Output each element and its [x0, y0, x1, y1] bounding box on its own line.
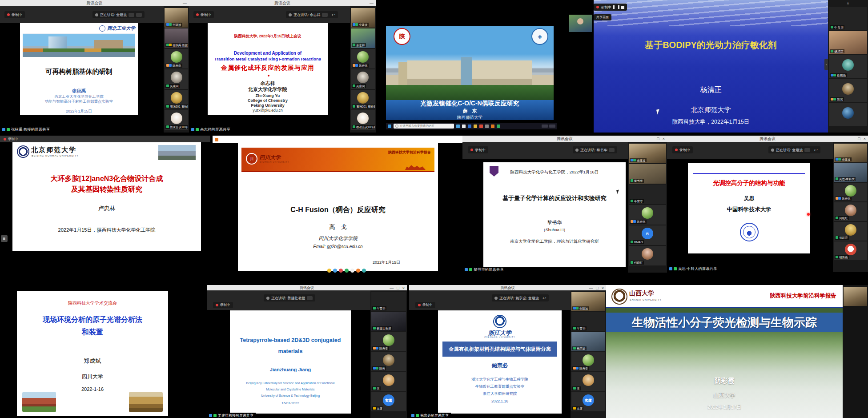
- close-button[interactable]: ×: [663, 137, 665, 141]
- participant-thumbnail[interactable]: 玄露 玄露: [371, 392, 406, 411]
- taskbar-app-icon[interactable]: [479, 125, 483, 128]
- participant-thumbnail[interactable]: 黎书华: [629, 164, 666, 184]
- participant-thumbnail[interactable]: 石强201 石验勤: [351, 90, 375, 109]
- recording-controls[interactable]: 录制中: [594, 4, 627, 11]
- taskbar-app-icon[interactable]: [491, 125, 494, 128]
- participant-thumbnail[interactable]: 吴思-中科大: [834, 163, 867, 182]
- taskbar-app-icon[interactable]: [497, 125, 500, 128]
- participant-sidebar[interactable]: 全建波 黎书华 牛育华 陈寿李 R RMAO 何晓红: [628, 142, 667, 273]
- windows-taskbar[interactable]: 在这里输入你要搜索的内容: [386, 123, 557, 129]
- maximize-button[interactable]: □: [596, 286, 598, 290]
- participant-thumbnail[interactable]: 全建波: [165, 8, 188, 28]
- participant-thumbnail[interactable]: [844, 287, 867, 306]
- minimize-button[interactable]: —: [370, 1, 374, 5]
- participant-thumbnail[interactable]: 教改会议10号楼517: [165, 110, 188, 130]
- window-titlebar[interactable]: 腾讯会议: [0, 0, 189, 6]
- participant-thumbnail[interactable]: 余志祥: [351, 28, 375, 48]
- participant-thumbnail[interactable]: 牛育华: [371, 292, 406, 311]
- undo-icon[interactable]: ↩: [331, 12, 335, 17]
- close-button[interactable]: ×: [402, 286, 405, 290]
- taskbar-app-icon[interactable]: [456, 125, 460, 128]
- participant-thumbnail[interactable]: 全建波: [629, 144, 666, 163]
- window-titlebar[interactable]: 腾讯会议: [207, 285, 407, 290]
- recording-indicator[interactable]: 录制中: [415, 302, 435, 308]
- participant-thumbnail[interactable]: 陈寿李: [351, 49, 375, 68]
- participant-sidebar[interactable]: 全建波 余志祥 陈寿李 吴康回 石强201 石验勤 教改会议10号楼517: [350, 6, 376, 133]
- pause-icon[interactable]: [613, 5, 619, 9]
- system-tray[interactable]: [542, 125, 555, 128]
- participant-thumbnail[interactable]: 杨清正: [829, 31, 867, 54]
- participant-thumbnail[interactable]: 张跃宏: [834, 222, 867, 241]
- minimize-button[interactable]: —: [650, 137, 654, 141]
- maximize-button[interactable]: □: [657, 137, 659, 141]
- recording-indicator[interactable]: 录制中: [468, 146, 488, 153]
- reaction-icons[interactable]: [327, 269, 366, 273]
- participant-thumbnail[interactable]: 玄露 玄露: [571, 392, 605, 411]
- participant-sidebar[interactable]: ∧ 牛育华 杨清正 徐晓政 陈光: [828, 0, 868, 133]
- participant-thumbnail[interactable]: 李: [571, 372, 605, 391]
- minimize-button[interactable]: —: [589, 286, 593, 290]
- participant-thumbnail[interactable]: 陈寿李: [629, 205, 666, 225]
- taskbar-app-icon[interactable]: [474, 125, 477, 128]
- undo-icon[interactable]: ↩: [814, 148, 817, 153]
- taskbar-app-icon[interactable]: [468, 125, 471, 128]
- participant-thumbnail[interactable]: 牛育华: [571, 312, 605, 331]
- participant-thumbnail[interactable]: 何晓红: [834, 202, 867, 221]
- participant-thumbnail[interactable]: 胡海燕: [834, 241, 867, 260]
- participant-thumbnail[interactable]: 徐晓政: [829, 55, 867, 78]
- taskbar-app-icon[interactable]: [462, 125, 466, 128]
- participant-thumbnail[interactable]: 陈寿李: [371, 332, 406, 351]
- recording-indicator[interactable]: 录制中: [213, 302, 233, 308]
- maximize-button[interactable]: □: [397, 286, 399, 290]
- participant-thumbnail[interactable]: 教改会议10号楼517: [351, 110, 375, 130]
- recording-indicator[interactable]: 录制中: [193, 11, 214, 18]
- minimize-button[interactable]: —: [183, 1, 187, 5]
- participant-thumbnail[interactable]: [829, 103, 867, 126]
- participant-sidebar[interactable]: 牛育华 姜建壮教授 陈寿李 陈光 李 玄露 玄露: [370, 290, 407, 418]
- participant-thumbnail[interactable]: 陈寿李: [165, 49, 188, 68]
- participant-sidebar[interactable]: 全建波 牛育华 鲍宗必 陈寿李 李 玄露 玄露: [571, 290, 606, 418]
- participant-thumbnail[interactable]: 陈寿李: [834, 183, 867, 201]
- participant-thumbnail[interactable]: 全建波: [834, 144, 867, 162]
- minimize-button[interactable]: —: [851, 137, 855, 141]
- window-titlebar[interactable]: 腾讯会议: [667, 136, 868, 142]
- powerpoint-icon[interactable]: [215, 138, 218, 141]
- participant-thumbnail[interactable]: 全建波: [571, 292, 605, 311]
- undo-icon[interactable]: ↩: [542, 296, 546, 301]
- participant-thumbnail[interactable]: 牛育华: [829, 7, 867, 30]
- taskbar-app-icon[interactable]: [485, 125, 489, 128]
- recording-indicator[interactable]: 录制中: [672, 146, 693, 153]
- participant-thumbnail[interactable]: 吴康回: [165, 69, 188, 89]
- stop-icon[interactable]: [621, 6, 624, 9]
- recording-indicator[interactable]: 录制中: [4, 11, 25, 18]
- participant-thumbnail[interactable]: R RMAO: [629, 225, 666, 245]
- participant-thumbnail[interactable]: 石强201 石验勤: [165, 90, 188, 109]
- start-button[interactable]: [388, 125, 391, 128]
- participant-thumbnail[interactable]: 全建波: [351, 8, 375, 28]
- window-titlebar[interactable]: 腾讯会议: [409, 285, 606, 290]
- maximize-button[interactable]: □: [858, 137, 860, 141]
- participant-thumbnail[interactable]: 陈寿李: [571, 352, 605, 371]
- participant-thumbnail[interactable]: 李: [371, 372, 406, 391]
- close-button[interactable]: ×: [602, 286, 604, 290]
- participant-thumbnail[interactable]: 陈光: [371, 352, 406, 371]
- participant-sidebar[interactable]: [843, 285, 868, 418]
- participant-thumbnail[interactable]: 吴康回: [351, 69, 375, 89]
- participant-thumbnail[interactable]: 鲍宗必: [571, 332, 605, 351]
- side-menu-button[interactable]: ≡: [1, 235, 8, 242]
- speaker-video-thumbnail[interactable]: [569, 15, 592, 32]
- close-button[interactable]: ×: [864, 137, 866, 141]
- participant-sidebar[interactable]: 全建波 吴思-中科大 陈寿李 何晓红 张跃宏 胡海燕: [833, 142, 868, 272]
- window-titlebar[interactable]: 腾讯会议: [462, 136, 667, 142]
- participant-thumbnail[interactable]: 牛育华: [629, 185, 666, 204]
- taskbar-search-input[interactable]: 在这里输入你要搜索的内容: [394, 124, 454, 129]
- participant-thumbnail[interactable]: 陈光: [829, 79, 867, 102]
- participant-sidebar[interactable]: 全建波 张秋禹 教授 陈寿李 吴康回 石强201 石验勤 教改会议10号楼517: [164, 6, 189, 133]
- participant-thumbnail[interactable]: 何晓红: [629, 246, 666, 265]
- minimize-button[interactable]: —: [390, 286, 394, 290]
- participant-thumbnail[interactable]: 张秋禹 教授: [165, 28, 188, 48]
- sidebar-expand-handle[interactable]: ›: [824, 59, 828, 70]
- window-titlebar[interactable]: 腾讯会议: [189, 0, 376, 6]
- participant-thumbnail[interactable]: 姜建壮教授: [371, 312, 406, 331]
- collapse-sidebar-button[interactable]: ∧: [828, 1, 868, 6]
